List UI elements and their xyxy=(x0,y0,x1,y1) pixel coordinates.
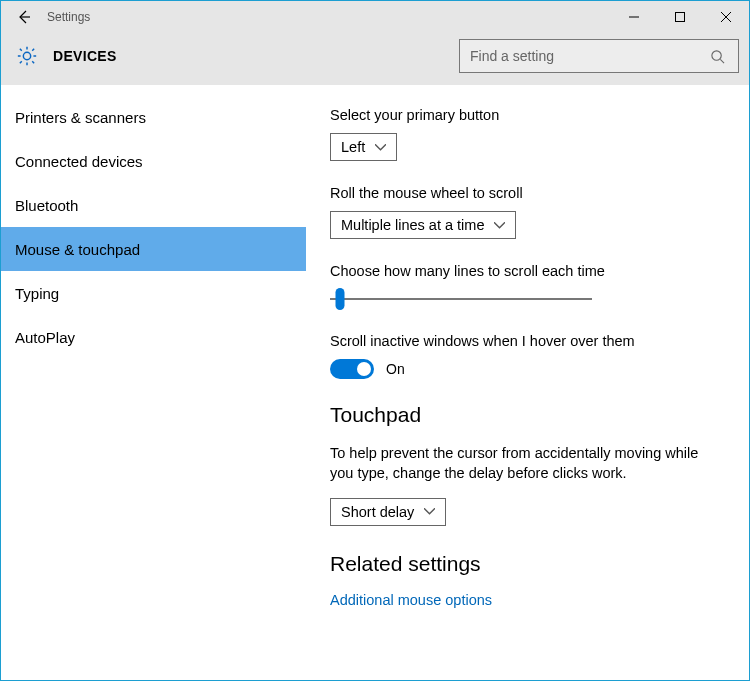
primary-button-group: Select your primary button Left xyxy=(330,107,721,161)
arrow-left-icon xyxy=(16,9,32,25)
scroll-mode-select[interactable]: Multiple lines at a time xyxy=(330,211,516,239)
maximize-button[interactable] xyxy=(657,1,703,33)
gear-icon xyxy=(15,44,39,68)
inactive-scroll-label: Scroll inactive windows when I hover ove… xyxy=(330,333,721,349)
primary-button-label: Select your primary button xyxy=(330,107,721,123)
sidebar-item-label: Bluetooth xyxy=(15,197,78,214)
scroll-mode-label: Roll the mouse wheel to scroll xyxy=(330,185,721,201)
primary-button-select[interactable]: Left xyxy=(330,133,397,161)
slider-thumb[interactable] xyxy=(336,288,345,310)
additional-mouse-options-link[interactable]: Additional mouse options xyxy=(330,592,721,608)
header: DEVICES Find a setting xyxy=(1,33,749,85)
maximize-icon xyxy=(675,12,685,22)
window-title: Settings xyxy=(47,10,90,24)
minimize-icon xyxy=(629,12,639,22)
scroll-lines-group: Choose how many lines to scroll each tim… xyxy=(330,263,721,309)
svg-rect-0 xyxy=(676,13,685,22)
inactive-scroll-value: On xyxy=(386,361,405,377)
search-icon xyxy=(710,49,728,64)
chevron-down-icon xyxy=(375,144,386,151)
slider-track xyxy=(330,298,592,300)
scroll-mode-value: Multiple lines at a time xyxy=(341,217,484,233)
scroll-lines-slider[interactable] xyxy=(330,289,592,309)
sidebar-item-label: Printers & scanners xyxy=(15,109,146,126)
chevron-down-icon xyxy=(424,508,435,515)
sidebar-item-label: Connected devices xyxy=(15,153,143,170)
primary-button-value: Left xyxy=(341,139,365,155)
inactive-scroll-toggle[interactable] xyxy=(330,359,374,379)
close-icon xyxy=(721,12,731,22)
touchpad-delay-select[interactable]: Short delay xyxy=(330,498,446,526)
minimize-button[interactable] xyxy=(611,1,657,33)
touchpad-delay-help: To help prevent the cursor from accident… xyxy=(330,443,710,484)
toggle-knob xyxy=(357,362,371,376)
sidebar-item-bluetooth[interactable]: Bluetooth xyxy=(1,183,306,227)
sidebar-item-mouse-touchpad[interactable]: Mouse & touchpad xyxy=(1,227,306,271)
search-placeholder: Find a setting xyxy=(470,48,710,64)
scroll-lines-label: Choose how many lines to scroll each tim… xyxy=(330,263,721,279)
sidebar-item-label: Typing xyxy=(15,285,59,302)
titlebar: Settings xyxy=(1,1,749,33)
svg-point-1 xyxy=(712,50,721,59)
inactive-scroll-group: Scroll inactive windows when I hover ove… xyxy=(330,333,721,379)
content: Select your primary button Left Roll the… xyxy=(306,85,749,680)
sidebar-item-label: Mouse & touchpad xyxy=(15,241,140,258)
sidebar-item-connected-devices[interactable]: Connected devices xyxy=(1,139,306,183)
page-title: DEVICES xyxy=(53,48,117,64)
back-button[interactable] xyxy=(1,1,47,33)
touchpad-heading: Touchpad xyxy=(330,403,721,427)
sidebar-item-printers-scanners[interactable]: Printers & scanners xyxy=(1,95,306,139)
sidebar-item-label: AutoPlay xyxy=(15,329,75,346)
sidebar-item-autoplay[interactable]: AutoPlay xyxy=(1,315,306,359)
sidebar-item-typing[interactable]: Typing xyxy=(1,271,306,315)
scroll-mode-group: Roll the mouse wheel to scroll Multiple … xyxy=(330,185,721,239)
search-input[interactable]: Find a setting xyxy=(459,39,739,73)
sidebar: Printers & scanners Connected devices Bl… xyxy=(1,85,306,680)
touchpad-delay-value: Short delay xyxy=(341,504,414,520)
close-button[interactable] xyxy=(703,1,749,33)
related-settings-heading: Related settings xyxy=(330,552,721,576)
chevron-down-icon xyxy=(494,222,505,229)
